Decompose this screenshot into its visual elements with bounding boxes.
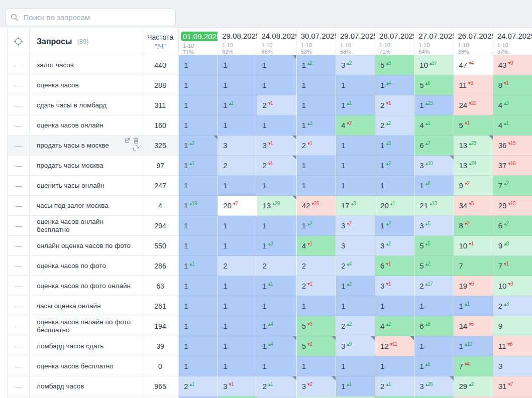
row-drag-handle[interactable]: — [8, 75, 30, 95]
position-cell[interactable]: 1 [336, 176, 375, 196]
position-cell[interactable]: 1▴1 [257, 276, 296, 296]
position-cell[interactable]: 4▴2 [375, 316, 414, 336]
position-cell[interactable]: 20▴1 [375, 196, 414, 216]
position-cell[interactable]: 3▴2 [375, 236, 414, 256]
keyword-cell[interactable]: часы под залог москва [30, 196, 142, 216]
keyword-cell[interactable]: залог часов [30, 55, 142, 75]
keyword-cell[interactable]: оценка часов онлайн [30, 115, 142, 136]
position-cell[interactable]: 1 [297, 176, 336, 196]
position-cell[interactable]: 5▴5 [375, 55, 414, 75]
position-cell[interactable]: 1 [179, 176, 218, 196]
position-cell[interactable]: 8▾1 [493, 75, 532, 95]
row-drag-handle[interactable]: — [8, 316, 30, 336]
keyword-cell[interactable]: онлайн оценка часов по фото [30, 236, 142, 256]
position-cell[interactable]: 1 [218, 276, 257, 296]
position-cell[interactable]: 1▴2 [297, 216, 336, 236]
position-cell[interactable]: 8▾2 [454, 216, 493, 236]
position-cell[interactable]: 1▴10 [454, 336, 493, 356]
position-cell[interactable]: 24▾20 [454, 95, 493, 115]
position-cell[interactable]: 1 [257, 216, 296, 236]
position-cell[interactable]: 1 [179, 276, 218, 296]
position-cell[interactable]: 2 [218, 256, 257, 276]
row-drag-handle[interactable]: — [8, 376, 30, 396]
date-column-header[interactable]: 24.08.2025 1-10 66% [257, 28, 296, 55]
position-cell[interactable]: 6▴7 [414, 136, 454, 156]
search-box[interactable] [5, 9, 176, 26]
position-cell[interactable]: 1▴2 [179, 136, 218, 156]
search-input[interactable] [23, 13, 170, 22]
position-cell[interactable]: 1 [179, 55, 218, 75]
keyword-cell[interactable]: продать часы москва [30, 156, 142, 176]
position-cell[interactable]: 11▾3 [454, 75, 493, 95]
row-drag-handle[interactable]: — [8, 196, 30, 216]
position-cell[interactable]: 4▴1 [414, 115, 454, 136]
position-cell[interactable]: 1 [257, 75, 296, 95]
position-cell[interactable]: 12▾11 [375, 336, 414, 356]
position-cell[interactable]: 1 [336, 156, 375, 176]
position-cell[interactable]: 1▴1 [454, 296, 493, 316]
date-column-header[interactable]: 29.08.2025 1-10 62% [218, 28, 257, 55]
position-cell[interactable]: 19▾9 [454, 276, 493, 296]
position-cell[interactable]: 1 [218, 356, 257, 376]
position-cell[interactable]: 1▴2 [375, 156, 414, 176]
position-cell[interactable]: 1 [179, 356, 218, 376]
row-drag-handle[interactable]: — [8, 356, 30, 376]
keyword-cell[interactable]: оценка часов [30, 75, 142, 95]
position-cell[interactable]: 1 [297, 156, 336, 176]
row-drag-handle[interactable]: — [8, 256, 30, 276]
position-cell[interactable]: 31▾7 [493, 376, 532, 396]
position-cell[interactable]: 1 [336, 75, 375, 95]
position-cell[interactable]: 1 [414, 296, 454, 316]
position-cell[interactable]: 1▴2 [336, 276, 375, 296]
position-cell[interactable]: 1 [218, 115, 257, 136]
position-cell[interactable]: 5▾1 [454, 115, 493, 136]
position-cell[interactable]: 1▴1 [179, 256, 218, 276]
position-cell[interactable]: 2▾1 [297, 136, 336, 156]
keyword-cell[interactable]: ломбард часов [30, 376, 142, 396]
position-cell[interactable]: 6▾1 [375, 256, 414, 276]
position-cell[interactable]: 1 [218, 55, 257, 75]
keyword-cell[interactable]: оценка часов по фото онлайн [30, 276, 142, 296]
position-cell[interactable]: 1 [257, 296, 296, 316]
position-cell[interactable]: 9▾2 [454, 176, 493, 196]
position-cell[interactable]: 1 [218, 216, 257, 236]
position-cell[interactable]: 1 [375, 356, 414, 376]
position-cell[interactable]: 3▾1 [257, 136, 296, 156]
position-cell[interactable]: 1 [218, 236, 257, 256]
position-cell[interactable]: 7▾4 [454, 356, 493, 376]
position-cell[interactable]: 1 [375, 296, 414, 316]
position-cell[interactable]: 1 [179, 95, 218, 115]
position-cell[interactable]: 10▴37 [414, 55, 454, 75]
row-drag-handle[interactable]: — [8, 336, 30, 356]
position-cell[interactable]: 3▾2 [336, 216, 375, 236]
position-cell[interactable]: 47▾4 [454, 55, 493, 75]
position-cell[interactable]: 1▴5 [375, 136, 414, 156]
position-cell[interactable]: 5▾3 [297, 316, 336, 336]
row-drag-handle[interactable]: — [8, 296, 30, 316]
position-cell[interactable]: 1 [257, 55, 296, 75]
position-cell[interactable]: 2▾1 [257, 156, 296, 176]
position-cell[interactable]: 3 [218, 136, 257, 156]
position-cell[interactable]: 1▴4 [375, 75, 414, 95]
open-in-new-icon[interactable] [124, 137, 131, 144]
date-column-header[interactable]: 26.07.2025 1-10 38% [454, 28, 493, 55]
frequency-sort-link[interactable]: "!Ч" [155, 43, 166, 50]
position-cell[interactable]: 4▾1 [297, 236, 336, 256]
position-cell[interactable]: 7▾1 [493, 256, 532, 276]
position-cell[interactable]: 1 [218, 336, 257, 356]
row-drag-handle[interactable]: — [8, 276, 30, 296]
position-cell[interactable]: 1▴2 [297, 55, 336, 75]
date-column-header[interactable]: 24.07.2025 1-10 37% [493, 28, 532, 55]
position-cell[interactable]: 1▴2 [375, 216, 414, 236]
position-cell[interactable]: 3▾1 [375, 276, 414, 296]
position-cell[interactable]: 1 [336, 296, 375, 316]
date-column-header[interactable]: 29.07.2025 1-10 58% [336, 28, 375, 55]
position-cell[interactable]: 1 [179, 236, 218, 256]
position-cell[interactable]: 1▴4 [257, 336, 296, 356]
keyword-cell[interactable]: оценка часов по фото [30, 256, 142, 276]
position-cell[interactable]: 2▴2 [375, 115, 414, 136]
position-cell[interactable]: 6▴2 [493, 216, 532, 236]
trash-icon[interactable] [133, 137, 139, 144]
row-drag-handle[interactable]: — [8, 156, 30, 176]
position-cell[interactable]: 1 [218, 75, 257, 95]
